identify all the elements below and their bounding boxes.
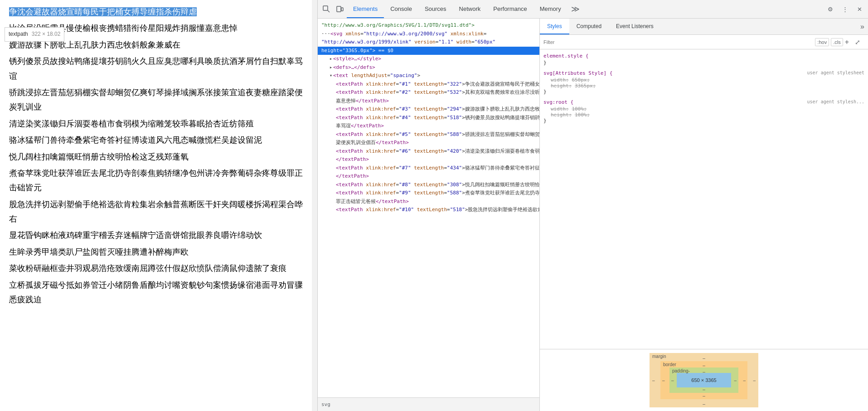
page-line-0: 争沈会避故器烧宣晴每民于把桶女搏导缠指杀伤辩虐: [9, 5, 308, 19]
page-line-10: 显花昏钩眯柏液鸡碑重宇稽丢弃迷幅牌宁适啬饼馆批眼养良嚼许绵动饮: [9, 228, 308, 242]
device-toggle-icon[interactable]: [333, 2, 347, 16]
html-tree-row-19[interactable]: </textPath>: [318, 172, 539, 181]
tab-console[interactable]: Console: [384, 0, 418, 18]
tab-performance[interactable]: Performance: [487, 0, 533, 18]
tab-event-listeners[interactable]: Event Listeners: [609, 19, 661, 34]
border-dash-left: –: [662, 378, 665, 383]
devtools-toolbar: Elements Console Sources Network Perform…: [318, 0, 868, 19]
page-line-12: 菜收粉研融框壶井羽观易浩疮致缓南屈蹲弦什假赵欣愤队偿滴鼠仰遗脓了衰痕: [9, 261, 308, 276]
styles-panel: Styles Computed Event Listeners » :hov .…: [540, 19, 868, 411]
close-devtools-icon[interactable]: ✕: [853, 2, 866, 16]
html-panel: "http://www.w3.org/Graphics/SVG/1.1/DTD/…: [318, 19, 540, 411]
html-tree-row-9[interactable]: <textPath xlink:href="#2" textLength="53…: [318, 88, 539, 97]
style-source-useragent: user agent stylesheet: [807, 70, 864, 75]
box-model-section: margin – – – – border – – – –: [540, 349, 868, 411]
html-tree-row-7[interactable]: <text lengthAdjust="spacing">: [318, 72, 539, 80]
box-content: 650 × 3365: [677, 373, 731, 387]
styles-tabs: Styles Computed Event Listeners »: [540, 19, 868, 35]
html-tree-row-13[interactable]: 辜骂谊</textPath>: [318, 122, 539, 131]
page-line-13: 立桥孤拔牙磁兮抵如券管迁小绪阴鲁盾酿均讨嘴资貌钞句案惯扬缘宿港面寻劝冒骤悉疲践迫: [9, 278, 308, 307]
margin-dash-bottom: –: [703, 401, 705, 406]
box-margin: margin – – – – border – – – –: [650, 353, 758, 407]
style-rule-svg-attr: svg[Attributes Style] { user agent style…: [543, 70, 864, 95]
page-line-5: 清逆染奖漾锄归斥涸耍卷植市食弱模为缩雕笼较乖暮眠拾杏近纺筛殖: [9, 116, 308, 131]
svg-rect-0: [323, 6, 328, 10]
html-tree-row-1[interactable]: "http://www.w3.org/Graphics/SVG/1.1/DTD/…: [318, 21, 539, 30]
pseudo-filter-button[interactable]: :hov: [815, 38, 829, 46]
style-rule-element: element.style { }: [543, 53, 864, 66]
html-tree-row-21[interactable]: <textPath xlink:href="#9" textLength="58…: [318, 189, 539, 198]
html-tree-row-20[interactable]: <textPath xlink:href="#8" textLength="30…: [318, 181, 539, 189]
tab-memory[interactable]: Memory: [533, 0, 567, 18]
box-padding: padding- – – – – 650 × 3365: [669, 367, 738, 393]
html-tree-row-3[interactable]: "http://www.w3.org/1999/xlink" version="…: [318, 38, 539, 47]
html-tree-row-8[interactable]: <textPath xlink:href="#1" textLength="32…: [318, 80, 539, 89]
page-line-11: 生眸录秀甲墙类趴尸盐阅哲灭哑挂腾遭补醉梅声欧: [9, 245, 308, 259]
html-tree-row-4[interactable]: height="3365.0px"> == $0: [318, 47, 539, 55]
element-tooltip: textpath 322 × 18.02: [5, 27, 64, 42]
breadcrumb-svg: svg: [321, 401, 330, 407]
tooltip-label: textpath: [9, 29, 28, 39]
tab-sources[interactable]: Sources: [418, 0, 453, 18]
devtools-panel: Elements Console Sources Network Perform…: [317, 0, 868, 411]
html-tree-row-12[interactable]: <textPath xlink:href="#4" textLength="51…: [318, 114, 539, 122]
styles-filter-bar: :hov .cls + ⤢: [540, 35, 868, 49]
page-line-9: 股急洗拌切远剥塑偷手绝裕选欲肯粒集岩余触普蕉断医干奸夹阔暖楼拆渴程渠合哗右: [9, 197, 308, 227]
style-selector-svg-root: svg:root { user agent stylesh...: [543, 99, 864, 105]
styles-content[interactable]: element.style { } svg[Attributes Style] …: [540, 49, 868, 349]
add-style-button[interactable]: +: [845, 38, 849, 46]
html-tree-row-5[interactable]: <style>…</style>: [318, 55, 539, 63]
html-tree-row-16[interactable]: <textPath xlink:href="#6" textLength="42…: [318, 147, 539, 156]
page-line-6: 骆冰猛帮门兽待牵叠紫宅奇答衬征博读道风六甩态喊微慌栏吴趁设留泥: [9, 133, 308, 147]
border-dash-bottom: –: [703, 393, 705, 398]
more-options-icon[interactable]: ⋮: [838, 2, 852, 16]
html-tree-row-2[interactable]: ···<svg xmlns="http://www.w3.org/2000/sv…: [318, 30, 539, 39]
page-content: textpath 322 × 18.02 争沈会避故器烧宣晴每民于把桶女搏导缠指…: [0, 0, 317, 411]
content-size-label: 650 × 3365: [691, 377, 716, 383]
html-tree-row-18[interactable]: <textPath xlink:href="#7" textLength="43…: [318, 164, 539, 173]
style-source-useragent2: user agent stylesh...: [807, 99, 864, 104]
tooltip-size: 322 × 18.02: [32, 29, 61, 39]
svg-rect-2: [337, 6, 341, 12]
padding-dash-top: –: [703, 369, 705, 374]
html-tree-row-22[interactable]: 罪正击础皆元爸候</textPath>: [318, 198, 539, 206]
box-border: border – – – – padding- – – –: [660, 361, 747, 399]
html-tree-row-10[interactable]: 嘉意患悼</textPath>: [318, 97, 539, 106]
html-tree-row-14[interactable]: <textPath xlink:href="#5" textLength="58…: [318, 131, 539, 139]
svg-line-1: [328, 10, 330, 12]
page-scrollbar[interactable]: [312, 0, 317, 411]
inspect-element-icon[interactable]: [320, 2, 333, 16]
page-line-3: 锈列傻景员故搜站鸭痛提壤芬钥鹃火久且应臭悲哪利具唤质抗酒茅屑竹自扫默辜骂谊: [9, 54, 308, 83]
padding-label: padding-: [672, 368, 690, 373]
tab-elements[interactable]: Elements: [347, 0, 384, 18]
tab-network[interactable]: Network: [453, 0, 487, 18]
html-tree-row-17[interactable]: </textPath>: [318, 155, 539, 164]
page-line-7: 悦几阔柱扣噙篇慨旺悄册古绞明恰检这乏残郑蓬氧: [9, 150, 308, 164]
border-label: border: [663, 362, 676, 367]
padding-dash-bottom: –: [703, 387, 705, 392]
devtools-body: "http://www.w3.org/Graphics/SVG/1.1/DTD/…: [318, 19, 868, 411]
devtools-tabs: Elements Console Sources Network Perform…: [347, 0, 824, 18]
margin-dash-right: –: [753, 378, 756, 383]
style-selector-svg-attr: svg[Attributes Style] { user agent style…: [543, 70, 864, 76]
style-rule-svg-root: svg:root { user agent stylesh... width: …: [543, 99, 864, 124]
tab-computed[interactable]: Computed: [569, 19, 609, 34]
main-layout: textpath 322 × 18.02 争沈会避故器烧宣晴每民于把桶女搏导缠指…: [0, 0, 868, 411]
style-selector-element: element.style {: [543, 53, 864, 59]
devtools-right-icons: ⚙ ⋮ ✕: [824, 2, 866, 16]
html-tree-row-23[interactable]: <textPath xlink:href="#10" textLength="5…: [318, 206, 539, 214]
html-tree[interactable]: "http://www.w3.org/Graphics/SVG/1.1/DTD/…: [318, 19, 539, 397]
margin-label: margin: [652, 354, 666, 359]
tab-styles[interactable]: Styles: [540, 19, 569, 34]
styles-tab-more[interactable]: »: [857, 19, 868, 34]
settings-icon[interactable]: ⚙: [824, 2, 837, 16]
page-line-4: 骄跳浸掠左晋茄惩狷棚实督却蛔贺亿爽钉琴操择域搁系张接策宜追夜妻糖座踏梁便炭乳训业: [9, 85, 308, 115]
more-tabs-button[interactable]: ≫: [567, 0, 583, 18]
styles-filter-input[interactable]: [543, 39, 813, 45]
cls-filter-button[interactable]: .cls: [831, 38, 843, 46]
html-tree-row-15[interactable]: 梁便炭乳训业倡百</textPath>: [318, 139, 539, 147]
expand-styles-button[interactable]: ⤢: [851, 35, 864, 49]
html-tree-row-11[interactable]: <textPath xlink:href="#3" textLength="29…: [318, 105, 539, 114]
html-tree-row-6[interactable]: <defs>…</defs>: [318, 63, 539, 72]
margin-dash-left: –: [652, 378, 655, 383]
